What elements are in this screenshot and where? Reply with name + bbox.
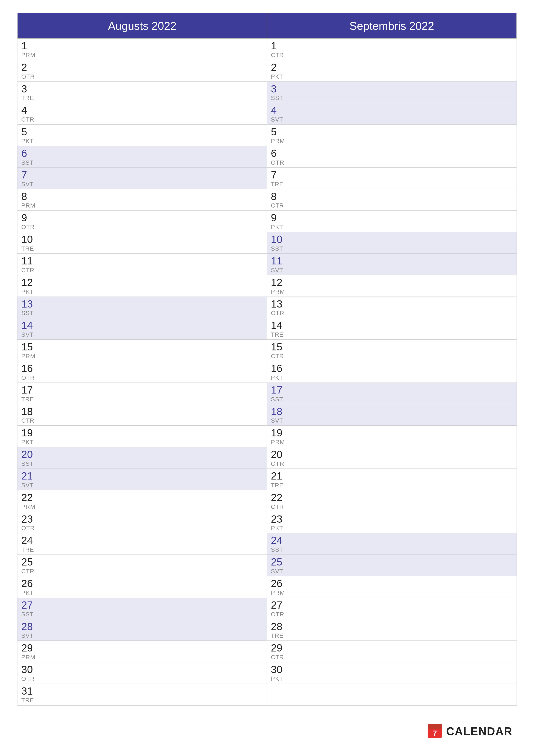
day-number: 17 [271,385,513,396]
day-abbr: PKT [21,138,263,145]
day-abbr: PRM [271,589,513,596]
sep-day-20: 20OTR [267,447,517,469]
day-abbr: SST [271,396,513,403]
day-number: 12 [271,277,513,288]
sep-day-18: 18SVT [267,404,517,426]
aug-day-16: 16OTR [17,361,267,383]
aug-day-27: 27SST [17,598,267,619]
day-abbr: OTR [21,525,263,532]
sep-day-25: 25SVT [267,555,517,576]
sep-day-28: 28TRE [267,619,517,641]
aug-day-21: 21SVT [17,469,267,490]
day-number: 11 [21,256,263,267]
sep-day-26: 26PRM [267,576,517,598]
day-number: 19 [271,427,513,439]
day-abbr: PKT [271,525,513,532]
aug-day-28: 28SVT [17,619,267,641]
day-number: 22 [271,492,513,503]
aug-day-14: 14SVT [17,318,267,339]
aug-day-5: 5PKT [17,124,267,146]
header-row: Augusts 2022 Septembris 2022 [17,13,517,39]
aug-day-1: 1PRM [17,39,267,60]
day-abbr: OTR [21,675,263,682]
day-abbr: TRE [21,546,263,553]
day-number: 20 [21,449,263,460]
day-number: 4 [21,105,263,116]
sep-day-30: 30PKT [267,662,517,684]
brand-label: CALENDAR [446,725,513,738]
page: Augusts 2022 Septembris 2022 1PRM1CTR2OT… [0,0,534,756]
aug-day-17: 17TRE [17,383,267,404]
month-header-september: Septembris 2022 [267,13,517,39]
day-abbr: PRM [271,138,513,145]
aug-day-6: 6SST [17,146,267,168]
aug-day-30: 30OTR [17,662,267,684]
sep-day-29: 29CTR [267,641,517,662]
day-abbr: TRE [21,697,263,704]
day-abbr: OTR [21,73,263,80]
sep-day-6: 6OTR [267,146,517,168]
day-number: 1 [271,40,513,52]
svg-text:7: 7 [433,729,437,738]
day-abbr: PKT [271,675,513,682]
day-abbr: SST [21,460,263,467]
day-abbr: SST [271,94,513,101]
day-number: 18 [271,406,513,418]
svg-rect-4 [428,724,442,729]
day-number: 9 [21,212,263,224]
day-number: 4 [271,105,513,116]
aug-day-8: 8PRM [17,189,267,211]
day-abbr: PRM [21,353,263,360]
aug-day-9: 9OTR [17,210,267,232]
sep-day-2: 2PKT [267,60,517,82]
day-number: 23 [271,514,513,525]
day-number: 13 [271,298,513,310]
day-number: 19 [21,427,263,439]
day-abbr: SVT [271,267,513,274]
day-abbr: PRM [21,52,263,59]
aug-day-26: 26PKT [17,576,267,598]
day-number: 22 [21,492,263,503]
day-number: 25 [21,556,263,568]
day-number: 27 [21,600,263,611]
day-abbr: CTR [21,417,263,424]
day-abbr: TRE [271,331,513,338]
day-abbr: SST [271,245,513,252]
aug-day-29: 29PRM [17,641,267,662]
day-abbr: CTR [271,503,513,510]
day-abbr: CTR [271,654,513,661]
day-abbr: OTR [271,310,513,316]
aug-day-13: 13SST [17,297,267,318]
day-abbr: PKT [271,374,513,381]
day-number: 2 [21,62,263,73]
day-number: 14 [271,320,513,331]
day-number: 10 [271,234,513,245]
sep-day-10: 10SST [267,232,517,254]
aug-day-18: 18CTR [17,404,267,426]
day-number: 1 [21,40,263,52]
day-number: 26 [21,578,263,589]
month-header-august: Augusts 2022 [17,13,267,39]
day-abbr: PKT [271,73,513,80]
day-number: 11 [271,256,513,267]
sep-day-4: 4SVT [267,103,517,124]
day-abbr: CTR [21,568,263,575]
day-number: 20 [271,449,513,460]
day-abbr: PRM [271,439,513,446]
day-number: 18 [21,406,263,418]
calendar-logo-icon: 7 [427,724,442,739]
aug-day-3: 3TRE [17,82,267,103]
day-number: 3 [271,83,513,95]
day-abbr: SST [21,611,263,618]
sep-day-9: 9PKT [267,210,517,232]
sep-day-23: 23PKT [267,512,517,533]
aug-day-22: 22PRM [17,490,267,512]
sep-day-1: 1CTR [267,39,517,60]
day-number: 2 [271,62,513,73]
aug-day-25: 25CTR [17,555,267,576]
day-number: 21 [21,471,263,482]
day-number: 10 [21,234,263,245]
day-abbr: TRE [271,482,513,489]
day-number: 23 [21,514,263,525]
day-abbr: CTR [21,116,263,123]
